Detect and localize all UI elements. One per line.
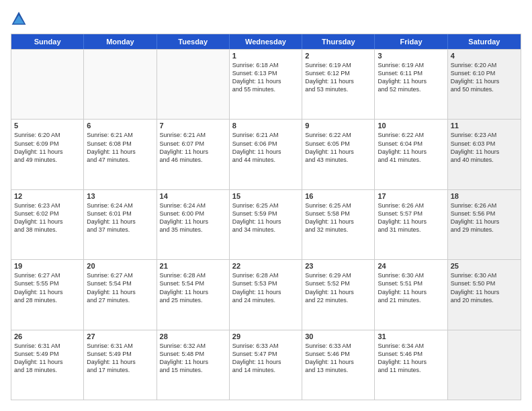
- sunrise-text: Sunrise: 6:28 AM: [232, 271, 299, 279]
- daylight-text-1: Daylight: 11 hours: [378, 77, 444, 85]
- daylight-text-1: Daylight: 11 hours: [232, 77, 299, 85]
- sunset-text: Sunset: 5:46 PM: [305, 350, 371, 358]
- daylight-text-2: and 38 minutes.: [14, 226, 81, 234]
- daylight-text-1: Daylight: 11 hours: [232, 218, 299, 226]
- daylight-text-2: and 52 minutes.: [378, 85, 444, 93]
- sunset-text: Sunset: 6:12 PM: [305, 69, 371, 77]
- day-number: 14: [160, 192, 226, 200]
- day-cell-7: 7Sunrise: 6:21 AMSunset: 6:07 PMDaylight…: [157, 120, 230, 189]
- day-cell-8: 8Sunrise: 6:21 AMSunset: 6:06 PMDaylight…: [230, 120, 302, 189]
- daylight-text-2: and 49 minutes.: [14, 156, 81, 164]
- day-number: 8: [232, 122, 299, 130]
- logo: [11, 11, 30, 27]
- header: [11, 11, 521, 27]
- day-number: 29: [232, 332, 299, 340]
- day-cell-20: 20Sunrise: 6:27 AMSunset: 5:54 PMDayligh…: [84, 260, 157, 329]
- sunrise-text: Sunrise: 6:21 AM: [232, 131, 299, 139]
- day-cell-3: 3Sunrise: 6:19 AMSunset: 6:11 PMDaylight…: [375, 50, 447, 119]
- sunrise-text: Sunrise: 6:30 AM: [378, 271, 444, 279]
- daylight-text-1: Daylight: 11 hours: [451, 148, 518, 156]
- sunset-text: Sunset: 6:13 PM: [232, 69, 299, 77]
- sunset-text: Sunset: 6:09 PM: [14, 140, 81, 148]
- calendar-row-5: 26Sunrise: 6:31 AMSunset: 5:49 PMDayligh…: [11, 330, 521, 400]
- day-cell-27: 27Sunrise: 6:31 AMSunset: 5:49 PMDayligh…: [84, 330, 157, 400]
- sunset-text: Sunset: 6:04 PM: [378, 140, 444, 148]
- day-number: 15: [232, 192, 299, 200]
- header-day-tuesday: Tuesday: [157, 34, 230, 49]
- daylight-text-2: and 43 minutes.: [305, 156, 371, 164]
- day-number: 25: [451, 262, 518, 270]
- daylight-text-1: Daylight: 11 hours: [14, 148, 81, 156]
- page: SundayMondayTuesdayWednesdayThursdayFrid…: [0, 0, 532, 411]
- day-number: 28: [160, 332, 226, 340]
- sunset-text: Sunset: 5:48 PM: [160, 350, 226, 358]
- day-number: 31: [378, 332, 444, 340]
- day-number: 11: [451, 122, 518, 130]
- sunset-text: Sunset: 5:58 PM: [305, 210, 371, 218]
- sunset-text: Sunset: 5:59 PM: [232, 210, 299, 218]
- day-number: 23: [305, 262, 371, 270]
- day-number: 12: [14, 192, 81, 200]
- sunrise-text: Sunrise: 6:23 AM: [14, 201, 81, 210]
- day-number: 30: [305, 332, 371, 340]
- sunrise-text: Sunrise: 6:30 AM: [451, 271, 518, 279]
- day-number: 17: [378, 192, 444, 200]
- sunrise-text: Sunrise: 6:27 AM: [87, 271, 153, 279]
- daylight-text-2: and 22 minutes.: [305, 296, 371, 304]
- daylight-text-1: Daylight: 11 hours: [378, 358, 444, 366]
- sunset-text: Sunset: 5:51 PM: [378, 279, 444, 287]
- sunrise-text: Sunrise: 6:24 AM: [87, 201, 153, 210]
- day-number: 26: [14, 332, 81, 340]
- empty-cell-0-1: [84, 50, 157, 119]
- daylight-text-2: and 47 minutes.: [87, 156, 153, 164]
- daylight-text-1: Daylight: 11 hours: [14, 358, 81, 366]
- daylight-text-2: and 13 minutes.: [305, 366, 371, 374]
- sunset-text: Sunset: 6:07 PM: [160, 140, 226, 148]
- daylight-text-1: Daylight: 11 hours: [305, 218, 371, 226]
- day-number: 5: [14, 122, 81, 130]
- day-cell-26: 26Sunrise: 6:31 AMSunset: 5:49 PMDayligh…: [11, 330, 84, 400]
- daylight-text-2: and 31 minutes.: [378, 226, 444, 234]
- empty-cell-4-6: [448, 330, 521, 400]
- daylight-text-2: and 20 minutes.: [451, 296, 518, 304]
- daylight-text-1: Daylight: 11 hours: [378, 218, 444, 226]
- sunset-text: Sunset: 5:53 PM: [232, 279, 299, 287]
- daylight-text-2: and 21 minutes.: [378, 296, 444, 304]
- day-number: 16: [305, 192, 371, 200]
- sunrise-text: Sunrise: 6:31 AM: [87, 342, 153, 350]
- sunrise-text: Sunrise: 6:32 AM: [160, 342, 226, 350]
- sunset-text: Sunset: 6:08 PM: [87, 140, 153, 148]
- day-number: 22: [232, 262, 299, 270]
- daylight-text-1: Daylight: 11 hours: [378, 288, 444, 296]
- day-cell-18: 18Sunrise: 6:26 AMSunset: 5:56 PMDayligh…: [448, 190, 521, 259]
- header-day-wednesday: Wednesday: [230, 34, 302, 49]
- daylight-text-2: and 25 minutes.: [160, 296, 226, 304]
- daylight-text-1: Daylight: 11 hours: [378, 148, 444, 156]
- day-cell-17: 17Sunrise: 6:26 AMSunset: 5:57 PMDayligh…: [375, 190, 447, 259]
- day-number: 20: [87, 262, 153, 270]
- day-cell-24: 24Sunrise: 6:30 AMSunset: 5:51 PMDayligh…: [375, 260, 447, 329]
- daylight-text-2: and 55 minutes.: [232, 85, 299, 93]
- day-number: 9: [305, 122, 371, 130]
- day-cell-23: 23Sunrise: 6:29 AMSunset: 5:52 PMDayligh…: [302, 260, 375, 329]
- daylight-text-1: Daylight: 11 hours: [232, 288, 299, 296]
- day-cell-22: 22Sunrise: 6:28 AMSunset: 5:53 PMDayligh…: [230, 260, 302, 329]
- daylight-text-1: Daylight: 11 hours: [232, 358, 299, 366]
- calendar: SundayMondayTuesdayWednesdayThursdayFrid…: [11, 34, 521, 400]
- day-cell-11: 11Sunrise: 6:23 AMSunset: 6:03 PMDayligh…: [448, 120, 521, 189]
- sunset-text: Sunset: 5:46 PM: [378, 350, 444, 358]
- day-number: 2: [305, 52, 371, 60]
- day-number: 4: [451, 52, 518, 60]
- sunrise-text: Sunrise: 6:19 AM: [305, 61, 371, 69]
- sunrise-text: Sunrise: 6:28 AM: [160, 271, 226, 279]
- day-cell-13: 13Sunrise: 6:24 AMSunset: 6:01 PMDayligh…: [84, 190, 157, 259]
- empty-cell-0-2: [157, 50, 230, 119]
- daylight-text-1: Daylight: 11 hours: [305, 358, 371, 366]
- calendar-header: SundayMondayTuesdayWednesdayThursdayFrid…: [11, 34, 521, 49]
- daylight-text-1: Daylight: 11 hours: [451, 288, 518, 296]
- daylight-text-2: and 18 minutes.: [14, 366, 81, 374]
- logo-icon: [11, 11, 27, 27]
- day-cell-12: 12Sunrise: 6:23 AMSunset: 6:02 PMDayligh…: [11, 190, 84, 259]
- empty-cell-0-0: [11, 50, 84, 119]
- day-cell-9: 9Sunrise: 6:22 AMSunset: 6:05 PMDaylight…: [302, 120, 375, 189]
